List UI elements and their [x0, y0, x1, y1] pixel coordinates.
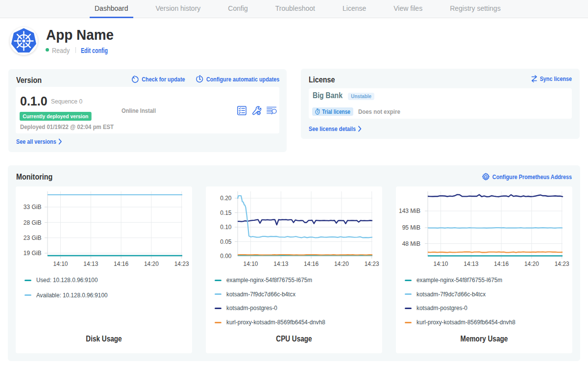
svg-text:0.05: 0.05 [220, 238, 232, 245]
svg-text:14:16: 14:16 [494, 261, 509, 267]
svg-text:23 GiB: 23 GiB [24, 235, 42, 241]
svg-text:14:23: 14:23 [555, 261, 569, 267]
svg-text:14:13: 14:13 [273, 261, 288, 267]
svg-text:14:10: 14:10 [433, 261, 448, 267]
svg-text:0.00: 0.00 [220, 253, 232, 260]
svg-text:14:13: 14:13 [83, 261, 98, 267]
svg-text:14:16: 14:16 [114, 261, 128, 267]
svg-text:14:20: 14:20 [334, 261, 349, 267]
svg-text:14:23: 14:23 [174, 261, 189, 267]
svg-text:0.20: 0.20 [220, 195, 232, 202]
svg-text:19 GiB: 19 GiB [24, 250, 42, 257]
svg-text:14:20: 14:20 [524, 261, 539, 267]
svg-text:14:23: 14:23 [365, 261, 379, 267]
svg-text:14:10: 14:10 [53, 261, 68, 267]
svg-text:14:10: 14:10 [243, 261, 258, 267]
svg-text:33 GiB: 33 GiB [24, 204, 42, 210]
svg-text:14:16: 14:16 [304, 261, 318, 267]
svg-text:95 MiB: 95 MiB [402, 224, 420, 231]
svg-text:48 MiB: 48 MiB [402, 240, 420, 247]
svg-text:0.15: 0.15 [220, 209, 232, 216]
svg-text:28 GiB: 28 GiB [24, 219, 42, 226]
svg-text:143 MiB: 143 MiB [399, 208, 420, 214]
svg-text:14:20: 14:20 [144, 261, 159, 267]
svg-text:14:13: 14:13 [464, 261, 478, 267]
svg-text:0.10: 0.10 [220, 224, 232, 231]
